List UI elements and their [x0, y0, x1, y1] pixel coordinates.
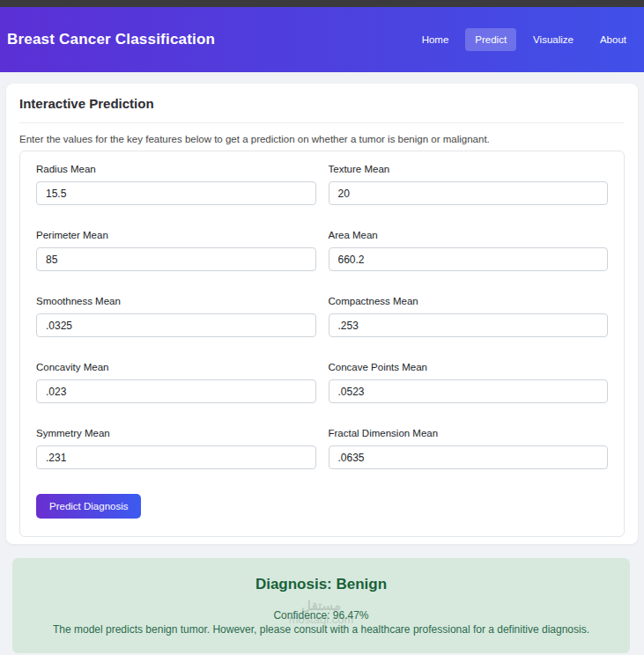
nav-link-about[interactable]: About: [590, 28, 636, 51]
compactness-mean-input[interactable]: [329, 313, 609, 337]
section-divider: [19, 122, 625, 123]
field-label: Fractal Dimension Mean: [329, 428, 609, 439]
fractal-dimension-mean-input[interactable]: [329, 445, 609, 469]
field-area-mean: Area Mean: [329, 230, 609, 271]
field-concave-points-mean: Concave Points Mean: [329, 362, 609, 403]
field-label: Texture Mean: [329, 164, 609, 175]
field-smoothness-mean: Smoothness Mean: [36, 296, 316, 337]
field-label: Concave Points Mean: [329, 362, 609, 373]
nav-link-predict[interactable]: Predict: [465, 28, 516, 51]
symmetry-mean-input[interactable]: [36, 445, 316, 469]
texture-mean-input[interactable]: [329, 181, 609, 205]
diagnosis-heading: Diagnosis: Benign: [26, 576, 617, 593]
field-symmetry-mean: Symmetry Mean: [36, 428, 316, 469]
field-radius-mean: Radius Mean: [36, 164, 316, 205]
field-perimeter-mean: Perimeter Mean: [36, 230, 316, 271]
field-concavity-mean: Concavity Mean: [36, 362, 316, 403]
field-label: Perimeter Mean: [36, 230, 316, 241]
nav-link-visualize[interactable]: Visualize: [523, 28, 583, 51]
app-title: Breast Cancer Classification: [7, 31, 215, 48]
smoothness-mean-input[interactable]: [36, 313, 316, 337]
field-label: Radius Mean: [36, 164, 316, 175]
result-content: Diagnosis: Benign Confidence: 96.47% The…: [26, 576, 617, 636]
window-top-strip: [0, 0, 644, 7]
prediction-card: Interactive Prediction Enter the values …: [6, 84, 638, 544]
confidence-text: Confidence: 96.47%: [26, 609, 617, 622]
area-mean-input[interactable]: [329, 247, 609, 271]
disclaimer-text: The model predicts benign tumor. However…: [26, 623, 617, 636]
diagnosis-result-alert: مستقل mostaql.com Diagnosis: Benign Conf…: [12, 558, 630, 653]
feature-grid: Radius Mean Texture Mean Perimeter Mean …: [36, 164, 608, 494]
concavity-mean-input[interactable]: [36, 379, 316, 403]
perimeter-mean-input[interactable]: [36, 247, 316, 271]
field-label: Smoothness Mean: [36, 296, 316, 307]
section-description: Enter the values for the key features be…: [19, 134, 625, 144]
nav-link-home[interactable]: Home: [412, 28, 459, 51]
field-label: Concavity Mean: [36, 362, 316, 373]
feature-form: Radius Mean Texture Mean Perimeter Mean …: [19, 151, 625, 537]
section-title: Interactive Prediction: [19, 96, 625, 112]
field-fractal-dimension-mean: Fractal Dimension Mean: [329, 428, 609, 469]
concave-points-mean-input[interactable]: [329, 379, 609, 403]
main-nav: Home Predict Visualize About: [412, 28, 636, 51]
field-label: Symmetry Mean: [36, 428, 316, 439]
field-texture-mean: Texture Mean: [329, 164, 609, 205]
field-compactness-mean: Compactness Mean: [329, 296, 609, 337]
field-label: Compactness Mean: [329, 296, 609, 307]
radius-mean-input[interactable]: [36, 181, 316, 205]
field-label: Area Mean: [329, 230, 609, 241]
app-header: Breast Cancer Classification Home Predic…: [0, 7, 644, 72]
predict-diagnosis-button[interactable]: Predict Diagnosis: [36, 494, 141, 519]
